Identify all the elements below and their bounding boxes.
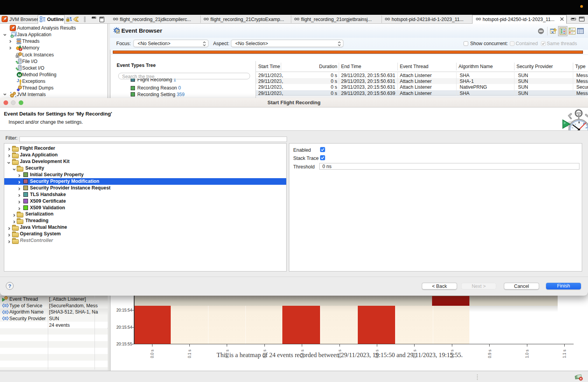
svg-text:M: M <box>18 73 21 77</box>
svg-text:J: J <box>17 78 19 83</box>
svg-text:J: J <box>14 33 16 37</box>
svg-text:G: G <box>11 35 13 38</box>
